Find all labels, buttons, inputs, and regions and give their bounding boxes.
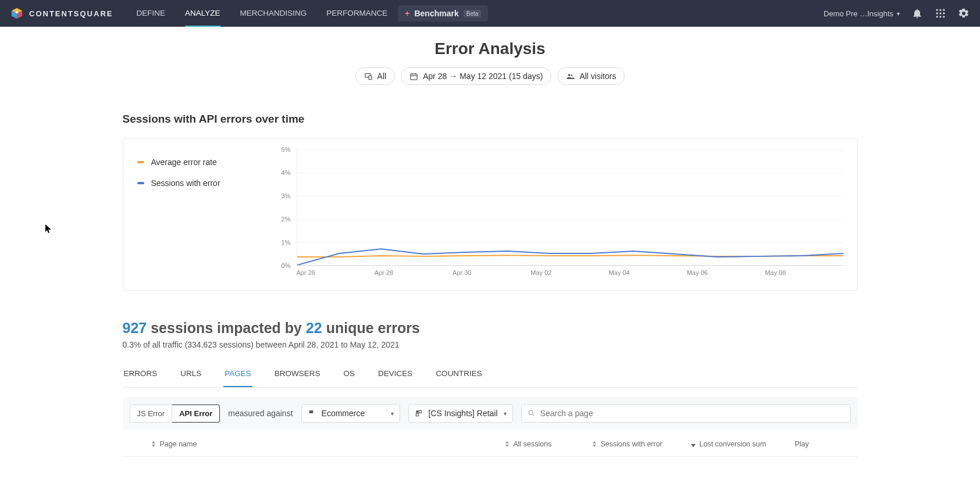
chart-area: 5%4%3%2%1%0% Apr 26Apr 28Apr 30May 02May…	[271, 149, 843, 276]
search-input[interactable]	[540, 409, 844, 418]
toolbar: JS Error API Error measured against Ecom…	[123, 397, 858, 430]
apps-grid-icon[interactable]	[935, 8, 946, 19]
chevron-down-icon: ▾	[504, 410, 507, 417]
gridline	[297, 196, 843, 196]
mapping-select[interactable]: [CS Insights] Retail ▾	[408, 404, 513, 423]
error-type-toggle: JS Error API Error	[130, 405, 220, 423]
svg-point-5	[936, 9, 938, 11]
mapping-icon	[415, 409, 423, 417]
x-tick: May 06	[687, 269, 765, 276]
svg-point-4	[16, 11, 18, 13]
chart-svg	[297, 149, 843, 265]
nav-analyze[interactable]: ANALYZE	[185, 0, 220, 27]
svg-rect-15	[369, 76, 372, 79]
legend-sessions-with-error[interactable]: Sessions with error	[137, 178, 259, 188]
gridline	[297, 149, 843, 150]
y-tick: 1%	[271, 239, 291, 246]
chart-card: Average error rate Sessions with error 5…	[123, 138, 858, 291]
svg-point-9	[939, 12, 941, 14]
mapping-selected: [CS Insights] Retail	[429, 409, 498, 418]
visitor-filter[interactable]: All visitors	[557, 67, 625, 85]
svg-rect-22	[416, 410, 418, 413]
summary-subtitle: 0.3% of all traffic (334,623 sessions) b…	[123, 340, 858, 349]
nav-performance[interactable]: PERFORMANCE	[326, 0, 387, 27]
visitor-filter-label: All visitors	[579, 71, 616, 81]
th-page-name[interactable]: Page name	[151, 440, 504, 448]
nav-right: Demo Pre …Insights ▾	[824, 8, 970, 19]
svg-rect-24	[416, 414, 418, 416]
date-filter[interactable]: Apr 28 → May 12 2021 (15 days)	[401, 67, 551, 85]
sort-icon	[151, 441, 156, 447]
devices-icon	[364, 72, 373, 81]
svg-point-11	[936, 16, 938, 17]
summary-mid: sessions impacted by	[147, 320, 306, 336]
brand-logo-icon	[10, 7, 23, 20]
th-all-sessions[interactable]: All sessions	[504, 440, 591, 448]
nav-merchandising[interactable]: MERCHANDISING	[240, 0, 307, 27]
svg-point-20	[568, 74, 571, 76]
table-header: Page name All sessions Sessions with err…	[123, 430, 858, 457]
bell-icon[interactable]	[911, 8, 923, 19]
x-tick: Apr 30	[452, 269, 530, 276]
filter-pills: All Apr 28 → May 12 2021 (15 days) All v…	[0, 67, 980, 85]
api-error-toggle[interactable]: API Error	[172, 405, 220, 423]
sort-icon	[591, 441, 597, 447]
svg-point-10	[943, 12, 945, 14]
th-sessions-error[interactable]: Sessions with error	[591, 440, 690, 448]
x-tick: May 02	[530, 269, 608, 276]
gear-icon[interactable]	[958, 8, 970, 19]
goal-selected: Ecommerce	[322, 409, 365, 418]
calendar-icon	[409, 72, 418, 81]
sessions-count: 927	[123, 320, 147, 336]
x-tick: Apr 28	[375, 269, 452, 276]
measured-against-label: measured against	[228, 409, 293, 418]
tab-countries[interactable]: COUNTRIES	[434, 363, 483, 387]
svg-point-21	[571, 74, 573, 76]
legend-label-orange: Average error rate	[151, 158, 217, 167]
tab-devices[interactable]: DEVICES	[377, 363, 414, 387]
device-filter[interactable]: All	[355, 67, 395, 85]
nav-define[interactable]: DEFINE	[136, 0, 165, 27]
tab-urls[interactable]: URLS	[179, 363, 202, 387]
workspace-dropdown[interactable]: Demo Pre …Insights ▾	[824, 9, 900, 18]
date-filter-label: Apr 28 → May 12 2021 (15 days)	[423, 71, 543, 81]
top-nav: CONTENTSQUARE DEFINE ANALYZE MERCHANDISI…	[0, 0, 980, 27]
gridline	[297, 266, 843, 266]
brand-text: CONTENTSQUARE	[29, 9, 113, 18]
tab-errors[interactable]: ERRORS	[123, 363, 159, 387]
tabs: ERRORSURLSPAGESBROWSERSOSDEVICESCOUNTRIE…	[123, 363, 858, 388]
legend-label-blue: Sessions with error	[151, 178, 220, 188]
sort-down-icon	[690, 441, 696, 447]
svg-point-6	[939, 9, 941, 11]
people-icon	[566, 72, 575, 81]
x-tick: May 08	[765, 269, 843, 276]
goal-select[interactable]: Ecommerce ▾	[301, 404, 400, 423]
chevron-down-icon: ▾	[897, 10, 900, 17]
legend-avg-error-rate[interactable]: Average error rate	[137, 158, 259, 167]
th-play: Play	[795, 440, 830, 448]
chart-legend: Average error rate Sessions with error	[137, 149, 259, 276]
y-tick: 0%	[271, 262, 291, 269]
nav-items: DEFINE ANALYZE MERCHANDISING PERFORMANCE	[136, 0, 387, 27]
tab-browsers[interactable]: BROWSERS	[273, 363, 322, 387]
th-lost-conversion[interactable]: Lost conversion sum	[690, 440, 795, 448]
benchmark-label: Benchmark	[414, 9, 458, 18]
device-filter-label: All	[377, 71, 387, 81]
legend-swatch-blue	[137, 182, 144, 184]
svg-point-8	[936, 12, 938, 14]
beta-badge: Beta	[464, 10, 482, 17]
chevron-down-icon: ▾	[391, 410, 394, 417]
chart-section-title: Sessions with API errors over time	[123, 113, 858, 126]
y-tick: 2%	[271, 216, 291, 223]
gridline	[297, 219, 843, 220]
search-page[interactable]	[521, 404, 851, 423]
legend-swatch-orange	[137, 161, 144, 163]
svg-point-12	[939, 16, 941, 17]
tab-os[interactable]: OS	[343, 363, 357, 387]
tab-pages[interactable]: PAGES	[223, 363, 252, 387]
y-axis: 5%4%3%2%1%0%	[271, 149, 291, 262]
benchmark-button[interactable]: + Benchmark Beta	[398, 5, 488, 22]
summary-heading: 927 sessions impacted by 22 unique error…	[123, 320, 858, 337]
js-error-toggle[interactable]: JS Error	[130, 405, 173, 423]
svg-point-7	[943, 9, 945, 11]
